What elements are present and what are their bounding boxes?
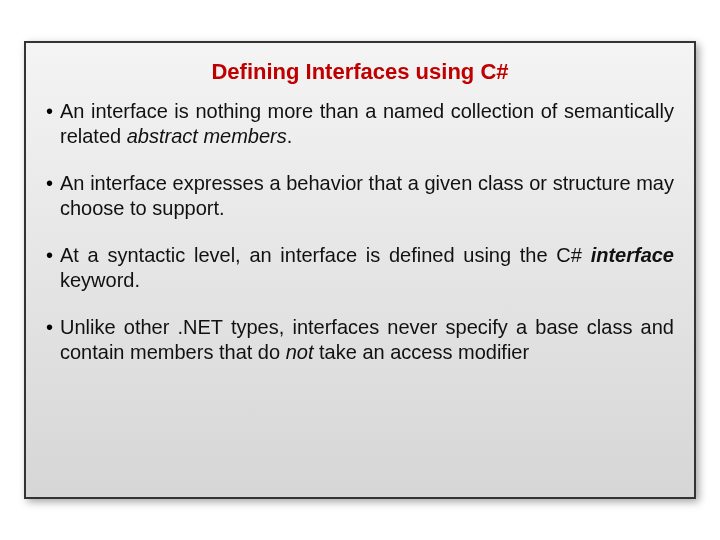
bullet-list: An interface is nothing more than a name…: [46, 99, 674, 365]
list-item: An interface expresses a behavior that a…: [46, 171, 674, 221]
bullet-text-post: .: [287, 125, 293, 147]
slide-title: Defining Interfaces using C#: [46, 59, 674, 85]
slide-card: Defining Interfaces using C# An interfac…: [24, 41, 696, 499]
bullet-text-em: not: [286, 341, 314, 363]
bullet-text-post: keyword.: [60, 269, 140, 291]
bullet-text-post: take an access modifier: [314, 341, 530, 363]
bullet-text-pre: An interface expresses a behavior that a…: [60, 172, 674, 219]
list-item: An interface is nothing more than a name…: [46, 99, 674, 149]
bullet-text-pre: At a syntactic level, an interface is de…: [60, 244, 591, 266]
list-item: Unlike other .NET types, interfaces neve…: [46, 315, 674, 365]
list-item: At a syntactic level, an interface is de…: [46, 243, 674, 293]
bullet-text-em: abstract members: [127, 125, 287, 147]
bullet-text-em: interface: [591, 244, 674, 266]
